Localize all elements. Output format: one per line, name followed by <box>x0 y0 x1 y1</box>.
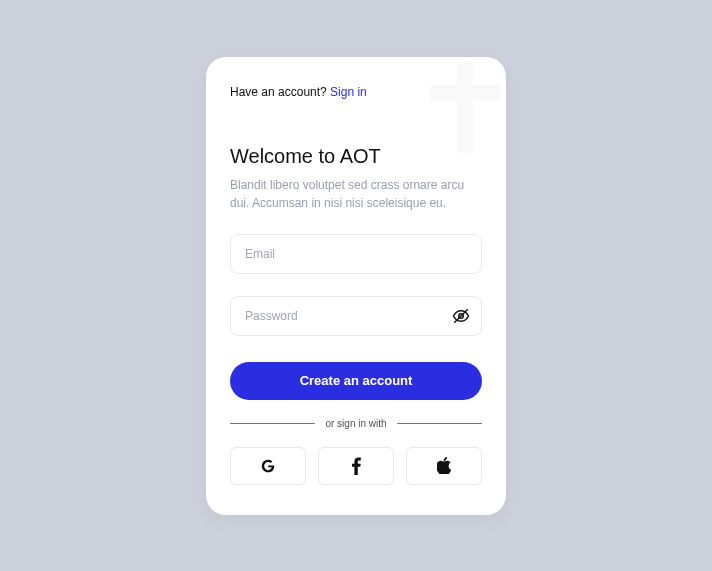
google-signin-button[interactable] <box>230 447 306 485</box>
apple-signin-button[interactable] <box>406 447 482 485</box>
have-account-text: Have an account? <box>230 85 330 99</box>
divider-line-right <box>397 423 482 424</box>
email-field[interactable] <box>230 234 482 274</box>
password-field-wrapper <box>230 296 482 336</box>
top-prompt: Have an account? Sign in <box>230 85 482 99</box>
page-title: Welcome to AOT <box>230 145 482 168</box>
google-icon <box>260 458 276 474</box>
create-account-button[interactable]: Create an account <box>230 362 482 400</box>
facebook-icon <box>352 457 361 475</box>
social-divider: or sign in with <box>230 418 482 429</box>
password-field[interactable] <box>230 296 482 336</box>
email-field-wrapper <box>230 234 482 274</box>
eye-off-icon <box>452 307 470 325</box>
apple-icon <box>437 457 451 474</box>
social-buttons-row <box>230 447 482 485</box>
toggle-password-visibility[interactable] <box>452 307 470 325</box>
signup-card: Have an account? Sign in Welcome to AOT … <box>206 57 506 515</box>
sign-in-link[interactable]: Sign in <box>330 85 367 99</box>
divider-label: or sign in with <box>325 418 386 429</box>
cross-decoration-icon <box>430 63 500 153</box>
facebook-signin-button[interactable] <box>318 447 394 485</box>
svg-rect-0 <box>457 63 473 153</box>
divider-line-left <box>230 423 315 424</box>
page-subtitle: Blandit libero volutpet sed crass ornare… <box>230 176 482 212</box>
